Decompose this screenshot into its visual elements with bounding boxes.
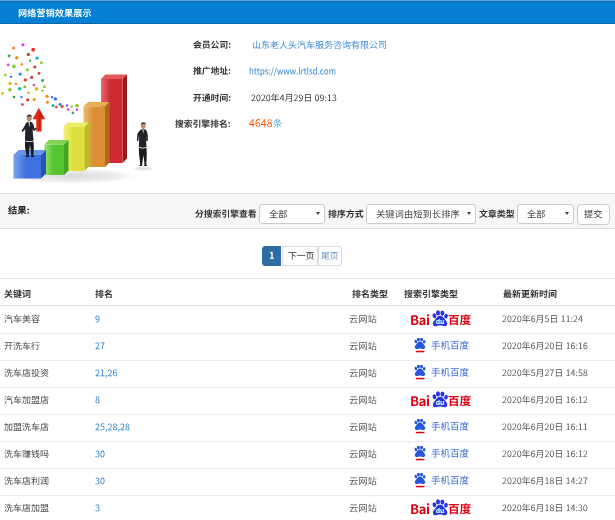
svg-text:du: du <box>435 508 444 515</box>
svg-text:du: du <box>435 319 444 326</box>
svg-text:du: du <box>435 400 444 407</box>
